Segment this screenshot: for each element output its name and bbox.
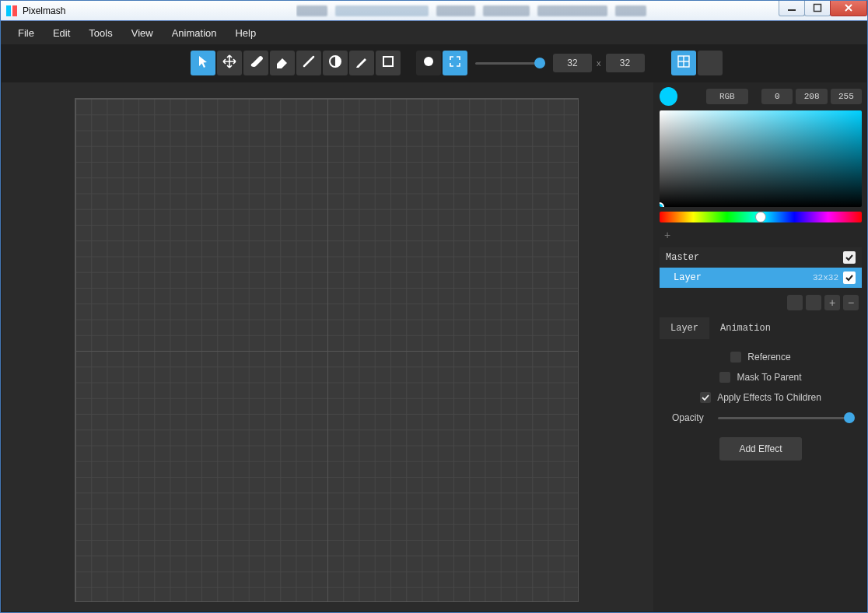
canvas-width-input[interactable]: 32 xyxy=(553,54,592,72)
pencil-tool[interactable] xyxy=(349,51,374,75)
sv-cursor[interactable] xyxy=(660,202,664,207)
canvas-height-input[interactable]: 32 xyxy=(606,54,645,72)
current-color-swatch[interactable] xyxy=(660,87,677,106)
tab-layer[interactable]: Layer xyxy=(660,317,709,339)
line-icon xyxy=(301,54,317,72)
layer-properties: Reference Mask To Parent Apply Effects T… xyxy=(660,344,862,468)
svg-rect-0 xyxy=(6,5,11,16)
close-button[interactable] xyxy=(830,1,867,16)
brush-tool[interactable] xyxy=(243,51,268,75)
circle-shape[interactable] xyxy=(416,51,441,75)
maximize-button[interactable] xyxy=(804,1,831,16)
layer-dimensions: 32x32 xyxy=(813,273,838,282)
rect-tool[interactable] xyxy=(376,51,401,75)
line-tool[interactable] xyxy=(296,51,321,75)
titlebar[interactable]: Pixelmash xyxy=(1,1,867,21)
add-swatch-button[interactable]: + xyxy=(660,227,862,243)
tool-group xyxy=(191,51,401,75)
canvas-viewport[interactable] xyxy=(2,82,653,611)
layer-name: Layer xyxy=(674,272,702,283)
color-r-input[interactable]: 0 xyxy=(761,89,793,104)
hue-slider[interactable] xyxy=(660,212,862,222)
menu-view[interactable]: View xyxy=(122,21,163,44)
rect-icon xyxy=(380,54,396,72)
mask-checkbox[interactable] xyxy=(719,372,730,383)
workarea: RGB 0 208 255 + Master Layer xyxy=(2,82,866,611)
mask-label: Mask To Parent xyxy=(737,372,801,383)
minus-icon: − xyxy=(848,296,854,309)
grid-toggle[interactable] xyxy=(671,51,696,75)
fit-shape[interactable] xyxy=(443,51,467,75)
applyfx-row: Apply Effects To Children xyxy=(670,392,851,403)
titlebar-background-noise xyxy=(296,1,732,21)
app-window: Pixelmash File Edit Tools View Animatio xyxy=(0,0,868,613)
layer-duplicate-button[interactable] xyxy=(787,295,803,310)
shape-group xyxy=(416,51,467,75)
menu-tools[interactable]: Tools xyxy=(79,21,121,44)
svg-rect-2 xyxy=(788,9,796,11)
opacity-label: Opacity xyxy=(672,412,704,423)
select-tool[interactable] xyxy=(191,51,215,75)
pencil-icon xyxy=(354,54,369,72)
color-mode-select[interactable]: RGB xyxy=(706,89,748,104)
layer-remove-button[interactable]: − xyxy=(843,295,859,310)
canvas-dimensions: 32 x 32 xyxy=(553,54,645,72)
svg-point-7 xyxy=(424,57,433,66)
property-tabs: Layer Animation xyxy=(660,317,862,339)
layer-visible-checkbox[interactable] xyxy=(843,271,856,284)
layers-panel: Master Layer 32x32 xyxy=(660,247,862,288)
fit-icon xyxy=(447,54,463,72)
fill-tool[interactable] xyxy=(323,51,348,75)
menu-file[interactable]: File xyxy=(9,21,44,44)
master-visible-checkbox[interactable] xyxy=(843,251,856,264)
dimension-separator: x xyxy=(597,58,601,68)
grid-button-group xyxy=(671,51,723,75)
side-panel: RGB 0 208 255 + Master Layer xyxy=(653,82,866,611)
app-icon xyxy=(5,5,18,17)
tab-animation[interactable]: Animation xyxy=(709,317,782,339)
mask-row: Mask To Parent xyxy=(670,372,851,383)
layer-add-button[interactable]: + xyxy=(824,295,840,310)
plus-icon: + xyxy=(664,229,670,241)
add-effect-button[interactable]: Add Effect xyxy=(719,437,802,461)
svg-rect-1 xyxy=(12,5,17,16)
reference-checkbox[interactable] xyxy=(730,352,741,363)
applyfx-checkbox[interactable] xyxy=(700,392,711,403)
color-header-row: RGB 0 208 255 xyxy=(660,87,862,106)
applyfx-label: Apply Effects To Children xyxy=(717,392,821,403)
svg-rect-3 xyxy=(814,5,821,12)
color-g-input[interactable]: 208 xyxy=(796,89,827,104)
menu-animation[interactable]: Animation xyxy=(163,21,226,44)
circle-icon xyxy=(421,54,436,72)
cursor-icon xyxy=(195,54,211,72)
layer-tools-row: + − xyxy=(660,292,862,313)
size-slider[interactable] xyxy=(475,62,545,65)
minimize-button[interactable] xyxy=(779,1,805,16)
menu-edit[interactable]: Edit xyxy=(44,21,79,44)
color-b-input[interactable]: 255 xyxy=(831,89,862,104)
layer-row-selected[interactable]: Layer 32x32 xyxy=(660,268,862,288)
move-tool[interactable] xyxy=(217,51,242,75)
reference-row: Reference xyxy=(670,352,851,363)
eyedropper-button[interactable] xyxy=(681,89,695,104)
opacity-slider[interactable] xyxy=(718,417,849,419)
window-buttons xyxy=(779,1,867,16)
menubar: File Edit Tools View Animation Help xyxy=(1,21,867,44)
opacity-thumb[interactable] xyxy=(844,412,855,423)
opacity-row: Opacity xyxy=(670,412,851,423)
master-label: Master xyxy=(666,252,699,263)
saturation-value-picker[interactable] xyxy=(660,110,862,207)
grid-settings[interactable] xyxy=(698,51,723,75)
eraser-icon xyxy=(275,54,290,72)
toolbar: 32 x 32 xyxy=(1,44,867,82)
hue-cursor[interactable] xyxy=(755,212,766,222)
svg-line-4 xyxy=(304,57,313,66)
eraser-tool[interactable] xyxy=(270,51,295,75)
pixel-canvas[interactable] xyxy=(75,98,579,602)
svg-rect-6 xyxy=(383,57,393,66)
slider-thumb[interactable] xyxy=(534,58,545,68)
layer-center-button[interactable] xyxy=(806,295,821,310)
menu-help[interactable]: Help xyxy=(226,21,265,44)
brush-icon xyxy=(248,54,264,72)
master-layer-row[interactable]: Master xyxy=(660,247,862,268)
